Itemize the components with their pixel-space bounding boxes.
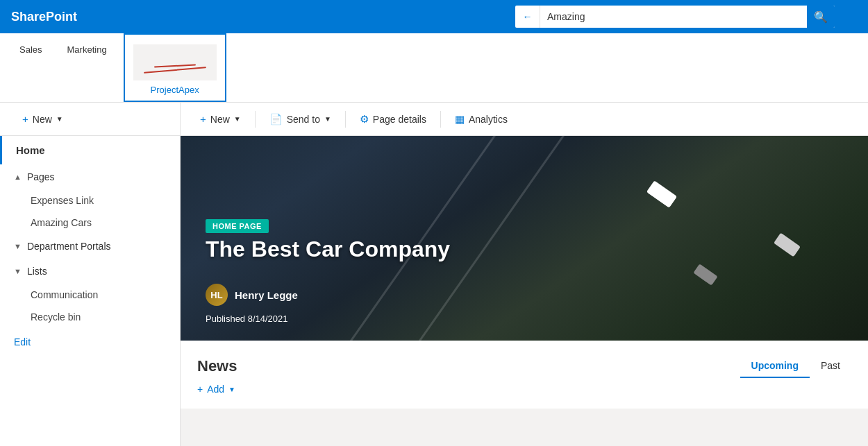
search-bar: ← 🔍 bbox=[515, 6, 835, 28]
hero-title: The Best Car Company bbox=[206, 237, 450, 262]
send-to-icon: 📄 bbox=[269, 113, 283, 126]
tab-project-apex-label: ProjectApex bbox=[151, 85, 199, 95]
avatar: HL bbox=[206, 284, 228, 306]
cmd-send-to-label: Send to bbox=[287, 114, 320, 125]
main-content: + New ▼ 📄 Send to ▼ ⚙ Page details ▦ Ana… bbox=[181, 103, 868, 446]
new-label: New bbox=[33, 114, 52, 125]
tab-project-apex[interactable]: ProjectApex bbox=[124, 33, 226, 102]
add-label: Add bbox=[207, 384, 224, 395]
page-details-icon: ⚙ bbox=[360, 113, 369, 126]
lists-chevron-icon: ▼ bbox=[14, 267, 22, 275]
cmd-new-chevron-icon: ▼ bbox=[234, 115, 241, 123]
cmd-separator-3 bbox=[440, 111, 441, 128]
hero-banner: HOME PAGE The Best Car Company HL Henry … bbox=[181, 136, 868, 341]
new-chevron-icon: ▼ bbox=[56, 115, 63, 123]
search-input[interactable] bbox=[540, 11, 807, 22]
cmd-separator-2 bbox=[345, 111, 346, 128]
cmd-plus-icon: + bbox=[200, 113, 206, 125]
news-title: News bbox=[197, 357, 237, 375]
send-to-chevron-icon: ▼ bbox=[324, 115, 331, 123]
tab-sales-label: Sales bbox=[19, 44, 42, 55]
analytics-icon: ▦ bbox=[455, 113, 465, 126]
sidebar-lists-header[interactable]: ▼ Lists bbox=[0, 259, 180, 284]
search-submit-button[interactable]: 🔍 bbox=[807, 6, 835, 28]
pages-label: Pages bbox=[27, 171, 55, 182]
sidebar-item-recycle-bin[interactable]: Recycle bin bbox=[0, 306, 180, 328]
topbar: SharePoint ← 🔍 bbox=[0, 0, 868, 33]
sidebar-home[interactable]: Home bbox=[0, 136, 180, 164]
pages-chevron-icon: ▲ bbox=[14, 173, 22, 181]
tab-marketing-label: Marketing bbox=[67, 44, 107, 55]
sidebar-department-section: ▼ Department Portals bbox=[0, 234, 180, 259]
sidebar-item-communication[interactable]: Communication bbox=[0, 284, 180, 306]
news-add-button[interactable]: + Add ▼ bbox=[197, 384, 851, 395]
hero-badge: HOME PAGE bbox=[206, 219, 269, 233]
plus-icon: + bbox=[22, 113, 28, 125]
cmd-page-details-button[interactable]: ⚙ Page details bbox=[351, 109, 435, 130]
sidebar-item-expenses-link[interactable]: Expenses Link bbox=[0, 189, 180, 212]
sidebar: + New ▼ Home ▲ Pages Expenses Link Amazi… bbox=[0, 103, 181, 446]
add-plus-icon: + bbox=[197, 384, 203, 395]
news-section: News Upcoming Past + Add ▼ bbox=[181, 341, 868, 409]
content-wrapper: + New ▼ Home ▲ Pages Expenses Link Amazi… bbox=[0, 103, 868, 446]
cmd-new-label: New bbox=[210, 114, 230, 125]
sharepoint-logo: SharePoint bbox=[11, 10, 77, 24]
cmd-send-to-button[interactable]: 📄 Send to ▼ bbox=[261, 109, 340, 130]
cmd-separator-1 bbox=[255, 111, 256, 128]
car-sketch-icon bbox=[140, 49, 210, 76]
new-button[interactable]: + New ▼ bbox=[14, 109, 72, 129]
sidebar-command-bar: + New ▼ bbox=[0, 103, 180, 136]
back-button[interactable]: ← bbox=[515, 6, 540, 28]
author-name: Henry Legge bbox=[235, 289, 298, 301]
tab-sales[interactable]: Sales bbox=[11, 33, 51, 102]
lists-label: Lists bbox=[27, 266, 47, 277]
cmd-new-button[interactable]: + New ▼ bbox=[192, 109, 249, 129]
tab-past[interactable]: Past bbox=[810, 354, 851, 378]
tab-upcoming[interactable]: Upcoming bbox=[740, 354, 810, 378]
sidebar-pages-section: ▲ Pages Expenses Link Amazing Cars bbox=[0, 164, 180, 234]
news-header: News Upcoming Past bbox=[197, 354, 851, 378]
tab-project-apex-icon bbox=[133, 44, 217, 80]
hero-author: HL Henry Legge bbox=[206, 284, 298, 306]
cmd-page-details-label: Page details bbox=[373, 114, 426, 125]
site-tabs-area: Sales Marketing ProjectApex bbox=[0, 33, 868, 103]
department-portals-label: Department Portals bbox=[27, 241, 111, 252]
sidebar-edit[interactable]: Edit bbox=[0, 328, 180, 356]
sidebar-lists-section: ▼ Lists Communication Recycle bin bbox=[0, 259, 180, 328]
cmd-analytics-button[interactable]: ▦ Analytics bbox=[446, 109, 516, 130]
tab-marketing[interactable]: Marketing bbox=[59, 33, 115, 102]
department-chevron-icon: ▼ bbox=[14, 242, 22, 250]
sidebar-department-header[interactable]: ▼ Department Portals bbox=[0, 234, 180, 259]
hero-published-date: Published 8/14/2021 bbox=[206, 314, 288, 324]
command-bar: + New ▼ 📄 Send to ▼ ⚙ Page details ▦ Ana… bbox=[181, 103, 868, 136]
news-tabs: Upcoming Past bbox=[740, 354, 851, 378]
sidebar-pages-header[interactable]: ▲ Pages bbox=[0, 164, 180, 189]
cmd-analytics-label: Analytics bbox=[469, 114, 508, 125]
add-chevron-icon: ▼ bbox=[228, 386, 235, 393]
sidebar-item-amazing-cars[interactable]: Amazing Cars bbox=[0, 212, 180, 234]
